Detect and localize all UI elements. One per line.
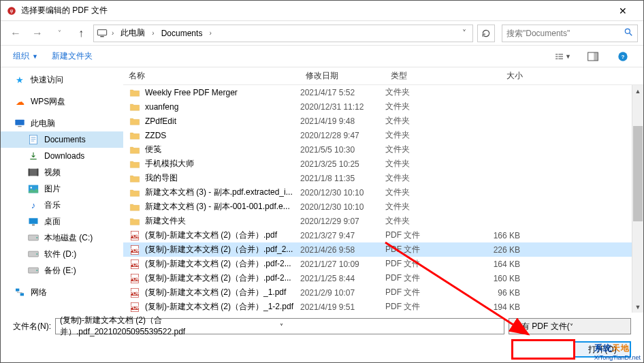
sidebar-video[interactable]: 视频 xyxy=(1,164,123,180)
scroll-up-icon[interactable]: ▲ xyxy=(632,85,643,97)
chevron-right-icon[interactable]: › xyxy=(109,29,116,37)
file-row[interactable]: 新建文件夹2020/12/29 9:07文件夹 xyxy=(123,214,643,228)
col-name[interactable]: 名称 xyxy=(123,70,300,82)
file-date: 2020/12/28 9:47 xyxy=(300,131,385,140)
svg-rect-28 xyxy=(32,224,35,225)
scroll-down-icon[interactable]: ▼ xyxy=(632,301,643,313)
svg-point-32 xyxy=(36,253,37,255)
file-type: 文件夹 xyxy=(385,115,460,127)
file-date: 2021/5/5 10:30 xyxy=(300,145,385,155)
folder-icon xyxy=(129,187,141,198)
new-folder-button[interactable]: 新建文件夹 xyxy=(52,50,93,62)
col-date[interactable]: 修改日期 xyxy=(300,70,385,82)
search-input[interactable] xyxy=(506,29,624,38)
sidebar-this-pc[interactable]: 此电脑 xyxy=(1,115,123,131)
sidebar-pictures[interactable]: 图片 xyxy=(1,180,123,197)
svg-point-34 xyxy=(36,270,37,271)
chevron-right-icon[interactable]: › xyxy=(206,29,214,37)
crumb-root[interactable]: 此电脑 xyxy=(116,26,149,40)
folder-icon xyxy=(129,101,141,112)
svg-rect-22 xyxy=(29,169,39,176)
file-row[interactable]: xuanfeng2020/12/31 11:12文件夹 xyxy=(123,99,643,114)
file-row[interactable]: PDF(复制)-新建文本文档 (2)（合并）_1.pdf2021/2/9 10:… xyxy=(123,285,643,300)
sidebar-drive-e[interactable]: 备份 (E:) xyxy=(1,262,123,279)
network-icon xyxy=(14,287,25,298)
file-name: (复制)-新建文本文档 (2)（合并）.pdf_2... xyxy=(145,244,300,255)
dropdown-icon[interactable]: ˅ xyxy=(570,323,626,330)
chevron-right-icon[interactable]: › xyxy=(149,29,157,37)
file-name: 我的导图 xyxy=(145,172,300,184)
sidebar-downloads[interactable]: Downloads xyxy=(1,148,123,164)
file-type: PDF 文件 xyxy=(385,244,460,255)
file-row[interactable]: PDF(复制)-新建文本文档 (2)（合并）_1-2.pdf2021/4/19 … xyxy=(123,300,643,313)
file-row[interactable]: PDF(复制)-新建文本文档 (2)（合并）.pdf-2...2021/1/25… xyxy=(123,271,643,285)
folder-icon xyxy=(129,116,141,127)
sidebar-drive-d[interactable]: 软件 (D:) xyxy=(1,246,123,262)
file-row[interactable]: ZPdfEdit2021/4/19 9:48文件夹 xyxy=(123,114,643,128)
file-name: (复制)-新建文本文档 (2)（合并）_1.pdf xyxy=(145,287,300,298)
sidebar-network[interactable]: 网络 xyxy=(1,284,123,300)
file-row[interactable]: 新建文本文档 (3) - 副本-001-001.pdf.e...2020/12/… xyxy=(123,200,643,214)
address-dropdown[interactable]: ˅ xyxy=(457,29,471,38)
svg-rect-6 xyxy=(556,54,558,54)
up-button[interactable]: ↑ xyxy=(71,24,91,43)
svg-rect-35 xyxy=(16,289,19,291)
document-icon xyxy=(28,134,39,145)
preview-pane-button[interactable] xyxy=(585,48,601,65)
filename-field[interactable]: (复制)-新建文本文档 (2)（合并）.pdf_2021020509553952… xyxy=(55,318,504,334)
bottom-panel: 文件名(N): (复制)-新建文本文档 (2)（合并）.pdf_20210205… xyxy=(1,313,643,363)
file-name: (复制)-新建文本文档 (2)（合并）_1-2.pdf xyxy=(145,301,300,313)
file-row[interactable]: PDF(复制)-新建文本文档 (2)（合并）.pdf_2...2021/4/26… xyxy=(123,242,643,257)
file-date: 2021/3/25 10:25 xyxy=(300,159,385,169)
file-type: 文件夹 xyxy=(385,129,460,141)
file-row[interactable]: PDF(复制)-新建文本文档 (2)（合并）.pdf2021/3/27 9:47… xyxy=(123,228,643,242)
file-date: 2021/1/8 11:35 xyxy=(300,174,385,183)
organize-menu[interactable]: 组织▼ xyxy=(13,50,38,62)
file-type: 文件夹 xyxy=(385,101,460,112)
dropdown-icon[interactable]: ˅ xyxy=(280,323,500,330)
file-date: 2021/2/9 10:07 xyxy=(300,288,385,298)
file-date: 2020/12/31 11:12 xyxy=(300,102,385,112)
svg-rect-7 xyxy=(556,56,558,57)
col-size[interactable]: 大小 xyxy=(460,70,528,82)
file-date: 2020/12/29 9:07 xyxy=(300,217,385,226)
titlebar: φ 选择要编辑的 PDF 文件 ✕ xyxy=(1,1,643,21)
address-bar[interactable]: › 此电脑 › Documents › ˅ xyxy=(93,25,473,42)
filetype-filter[interactable]: 所有 PDF 文件(*.pdf, *.pdt) ˅ xyxy=(509,318,631,334)
folder-icon xyxy=(129,87,141,98)
svg-line-5 xyxy=(630,33,632,36)
vertical-scrollbar[interactable]: ▲ ▼ xyxy=(632,85,643,313)
back-button[interactable]: ← xyxy=(6,24,25,43)
search-icon[interactable] xyxy=(624,27,633,39)
forward-button[interactable]: → xyxy=(28,24,47,43)
close-button[interactable]: ✕ xyxy=(607,1,638,21)
pdf-icon: PDF xyxy=(129,259,141,270)
crumb-folder[interactable]: Documents xyxy=(157,27,207,40)
file-row[interactable]: Weekly Free PDF Merger2021/4/17 5:52文件夹 xyxy=(123,85,643,99)
svg-rect-8 xyxy=(556,58,558,59)
sidebar-music[interactable]: ♪音乐 xyxy=(1,197,123,213)
sidebar-quick-access[interactable]: ★快速访问 xyxy=(1,72,123,88)
file-row[interactable]: 新建文本文档 (3) - 副本.pdf.extracted_i...2020/1… xyxy=(123,185,643,200)
sidebar-documents[interactable]: Documents xyxy=(1,131,123,148)
file-row[interactable]: 我的导图2021/1/8 11:35文件夹 xyxy=(123,171,643,185)
file-row[interactable]: 手机模拟大师2021/3/25 10:25文件夹 xyxy=(123,157,643,171)
file-row[interactable]: ZZDS2020/12/28 9:47文件夹 xyxy=(123,128,643,142)
recent-dropdown[interactable]: ˅ xyxy=(50,24,69,43)
svg-text:?: ? xyxy=(622,54,625,60)
sidebar-wps[interactable]: ☁WPS网盘 xyxy=(1,93,123,110)
help-button[interactable]: ? xyxy=(615,48,631,65)
sidebar-drive-c[interactable]: 本地磁盘 (C:) xyxy=(1,230,123,246)
file-row[interactable]: 便笺2021/5/5 10:30文件夹 xyxy=(123,142,643,157)
file-name: ZZDS xyxy=(145,131,300,140)
sidebar-desktop[interactable]: 桌面 xyxy=(1,213,123,230)
refresh-button[interactable] xyxy=(477,25,495,42)
scroll-thumb[interactable] xyxy=(633,126,643,221)
file-name: 新建文本文档 (3) - 副本.pdf.extracted_i... xyxy=(145,187,300,198)
col-type[interactable]: 类型 xyxy=(385,70,460,82)
star-icon: ★ xyxy=(14,74,25,85)
file-row[interactable]: PDF(复制)-新建文本文档 (2)（合并）.pdf-2...2021/1/27… xyxy=(123,257,643,271)
view-options-button[interactable]: ▼ xyxy=(555,48,571,65)
search-box[interactable] xyxy=(502,25,638,42)
pdf-icon: PDF xyxy=(129,230,141,241)
